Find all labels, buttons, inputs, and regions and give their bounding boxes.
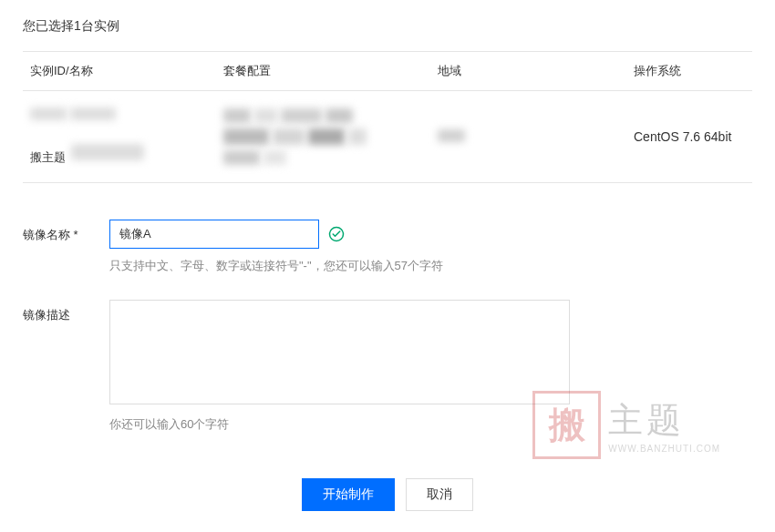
instance-label: 搬主题 [30, 149, 66, 166]
table-header: 实例ID/名称 套餐配置 地域 操作系统 [23, 52, 752, 91]
check-circle-icon [328, 226, 345, 242]
table-row: 搬主题 [23, 91, 752, 182]
header-instance-id: 实例ID/名称 [23, 63, 223, 79]
image-desc-hint: 你还可以输入60个字符 [109, 416, 752, 433]
image-desc-label: 镜像描述 [23, 300, 109, 323]
confirm-button[interactable]: 开始制作 [302, 478, 395, 511]
image-name-label: 镜像名称 * [23, 220, 109, 243]
header-package: 套餐配置 [223, 63, 438, 79]
image-desc-row: 镜像描述 你还可以输入60个字符 [23, 300, 752, 433]
header-os: 操作系统 [634, 63, 752, 79]
cancel-button[interactable]: 取消 [406, 478, 473, 511]
header-region: 地域 [438, 63, 634, 79]
image-desc-textarea[interactable] [109, 300, 570, 404]
cell-os: CentOS 7.6 64bit [634, 129, 752, 144]
selection-header: 您已选择1台实例 [23, 18, 752, 35]
image-name-row: 镜像名称 * 只支持中文、字母、数字或连接符号"-"，您还可以输入57个字符 [23, 220, 752, 274]
image-name-input[interactable] [109, 220, 319, 249]
image-name-hint: 只支持中文、字母、数字或连接符号"-"，您还可以输入57个字符 [109, 258, 752, 274]
instance-table: 实例ID/名称 套餐配置 地域 操作系统 搬主题 [23, 51, 752, 183]
footer-buttons: 开始制作 取消 [23, 478, 752, 511]
watermark-url: WWW.BANZHUTI.COM [608, 444, 720, 454]
cell-instance-id: 搬主题 [23, 107, 223, 166]
cell-region [438, 129, 634, 145]
cell-package [223, 108, 438, 165]
